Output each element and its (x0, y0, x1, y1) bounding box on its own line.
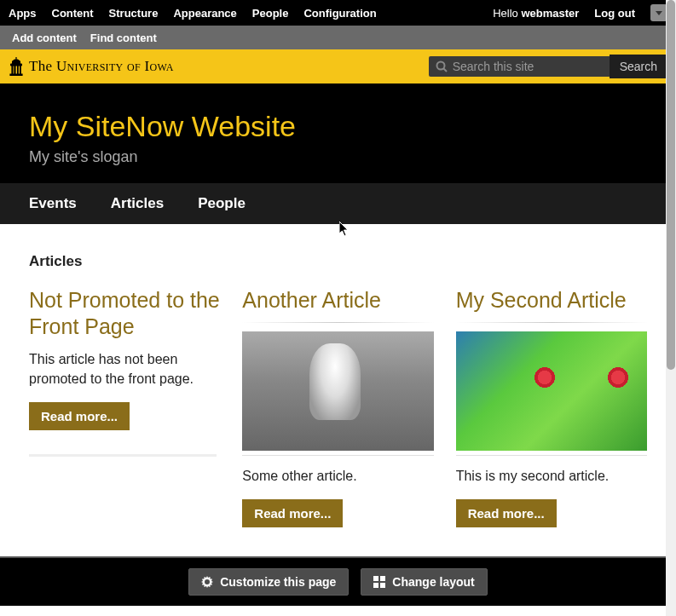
admin-menu-appearance[interactable]: Appearance (173, 7, 236, 20)
nav-events[interactable]: Events (29, 183, 77, 224)
layout-icon (373, 576, 385, 588)
search-button[interactable]: Search (610, 55, 667, 78)
admin-toolbar: Apps Content Structure Appearance People… (0, 0, 676, 26)
admin-user-area: Hello webmaster Log out (493, 4, 667, 21)
svg-point-6 (436, 62, 444, 70)
divider (456, 322, 647, 323)
caret-down-icon (656, 11, 662, 15)
admin-menu-content[interactable]: Content (52, 7, 94, 20)
article-image[interactable] (456, 331, 647, 456)
page-heading: Articles (29, 253, 647, 270)
mascot-photo (242, 331, 433, 451)
read-more-button[interactable]: Read more... (456, 499, 557, 527)
article-title-link[interactable]: My Second Article (456, 287, 647, 314)
svg-rect-1 (12, 66, 14, 74)
gear-icon (201, 576, 213, 588)
svg-rect-0 (10, 64, 22, 66)
greeting-text: Hello webmaster (493, 7, 579, 20)
site-slogan: My site's slogan (29, 148, 647, 166)
search-box (429, 56, 610, 77)
search-icon (436, 60, 448, 72)
admin-menu-structure[interactable]: Structure (109, 7, 159, 20)
site-title[interactable]: My SiteNow Website (29, 110, 647, 143)
add-content-link[interactable]: Add content (12, 32, 77, 44)
svg-rect-5 (10, 74, 22, 76)
article-title-link[interactable]: Another Article (242, 287, 433, 314)
frog-photo (456, 331, 647, 451)
search-input[interactable] (453, 60, 603, 73)
article-image[interactable] (242, 331, 433, 456)
articles-grid: Not Promoted to the Front Page This arti… (29, 287, 647, 527)
svg-rect-11 (380, 583, 385, 588)
main-nav: Events Articles People (0, 183, 676, 224)
customize-label: Customize this page (220, 575, 336, 589)
read-more-button[interactable]: Read more... (29, 402, 130, 430)
site-header: My SiteNow Website My site's slogan (0, 86, 676, 183)
svg-rect-3 (17, 66, 19, 74)
nav-articles[interactable]: Articles (111, 183, 164, 224)
admin-dropdown-toggle[interactable] (650, 4, 667, 21)
article-summary: Some other article. (242, 466, 433, 486)
svg-rect-2 (14, 66, 16, 74)
divider (29, 454, 217, 457)
admin-shortcuts: Add content Find content (0, 26, 676, 49)
svg-rect-10 (373, 583, 378, 588)
article-summary: This article has not been promoted to th… (29, 349, 220, 389)
university-brand[interactable]: The University of Iowa (9, 57, 174, 76)
university-name: The University of Iowa (29, 58, 174, 75)
find-content-link[interactable]: Find content (90, 32, 157, 44)
article-card: My Second Article This is my second arti… (456, 287, 647, 527)
article-title-link[interactable]: Not Promoted to the Front Page (29, 287, 220, 341)
customize-page-button[interactable]: Customize this page (188, 568, 349, 596)
university-bar: The University of Iowa Search (0, 49, 676, 86)
nav-people[interactable]: People (198, 183, 246, 224)
change-layout-button[interactable]: Change layout (361, 568, 487, 596)
article-summary: This is my second article. (456, 466, 647, 486)
change-layout-label: Change layout (392, 575, 474, 589)
read-more-button[interactable]: Read more... (242, 499, 343, 527)
admin-menu: Apps Content Structure Appearance People… (9, 7, 377, 20)
svg-rect-9 (380, 576, 385, 581)
svg-rect-4 (20, 66, 21, 74)
article-card: Another Article Some other article. Read… (242, 287, 433, 527)
svg-rect-8 (373, 576, 378, 581)
scrollbar[interactable] (666, 0, 676, 606)
dome-icon (9, 57, 24, 76)
scrollbar-thumb[interactable] (667, 0, 675, 370)
admin-menu-configuration[interactable]: Configuration (303, 7, 376, 20)
main-content: Articles Not Promoted to the Front Page … (0, 224, 676, 556)
admin-menu-people[interactable]: People (252, 7, 289, 20)
admin-menu-apps[interactable]: Apps (9, 7, 37, 20)
logout-link[interactable]: Log out (594, 7, 635, 20)
svg-line-7 (443, 69, 447, 72)
search-form: Search (429, 55, 667, 78)
panels-ipe-bar: Customize this page Change layout (0, 556, 676, 606)
article-card: Not Promoted to the Front Page This arti… (29, 287, 220, 527)
divider (242, 322, 433, 323)
